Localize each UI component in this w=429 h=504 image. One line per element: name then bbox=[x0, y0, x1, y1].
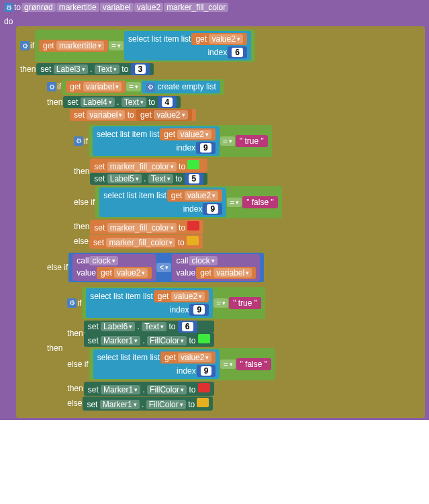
num-input[interactable]: 6 bbox=[232, 48, 243, 57]
set-var-block[interactable]: set marker_fill_color▾ to bbox=[89, 235, 203, 249]
get-block[interactable]: get value2▾ bbox=[154, 290, 209, 302]
prop-dd[interactable]: Text▾ bbox=[148, 174, 173, 183]
eq-block[interactable]: get variabel▾ =▾ ⚙ create empty list bbox=[62, 79, 224, 95]
var-dd[interactable]: value2▾ bbox=[114, 268, 148, 278]
num-input[interactable]: 9 bbox=[201, 366, 212, 376]
var-dd[interactable]: value2▾ bbox=[177, 130, 211, 139]
comp-dd[interactable]: Marker1▾ bbox=[100, 400, 140, 409]
select-list-block[interactable]: select list item list get value2▾ index … bbox=[124, 31, 251, 60]
comp-dd[interactable]: Label5▾ bbox=[107, 174, 142, 183]
eq-block[interactable]: select list item list get value2▾ index … bbox=[82, 287, 265, 319]
var-dd[interactable]: variabel▾ bbox=[213, 268, 252, 278]
comp-dd[interactable]: Marker1▾ bbox=[101, 336, 140, 345]
var-dd[interactable]: marker_fill_color▾ bbox=[107, 162, 177, 171]
op-lt[interactable]: <▾ bbox=[156, 263, 171, 272]
get-block[interactable]: get value2▾ bbox=[191, 33, 246, 45]
create-empty-block[interactable]: ⚙ create empty list bbox=[142, 81, 220, 93]
color-swatch-green[interactable] bbox=[198, 334, 210, 343]
set-prop-block[interactable]: set Marker1▾ . FillColor▾ to bbox=[84, 333, 214, 347]
num-input[interactable]: 9 bbox=[193, 305, 205, 314]
select-list-block[interactable]: select list item list get value2▾ index … bbox=[93, 126, 220, 156]
num-input[interactable]: 6 bbox=[182, 322, 193, 331]
num-input[interactable]: 4 bbox=[162, 97, 173, 107]
op-eq[interactable]: =▾ bbox=[126, 82, 141, 91]
prop-dd[interactable]: Text▾ bbox=[122, 97, 146, 107]
string-block[interactable]: " false " bbox=[236, 358, 272, 370]
set-prop-block[interactable]: set Marker1▾ . FillColor▾ to bbox=[84, 382, 214, 396]
proc-dd[interactable]: clock▾ bbox=[189, 256, 217, 265]
var-dd[interactable]: value2▾ bbox=[209, 34, 242, 44]
gear-icon[interactable]: ⚙ bbox=[67, 298, 77, 308]
op-eq[interactable]: =▾ bbox=[227, 198, 242, 207]
lt-block[interactable]: call clock▾ value get value2▾ <▾ call cl… bbox=[68, 253, 264, 282]
eq-block[interactable]: get markertitle▾ =▾ select list item lis… bbox=[35, 30, 255, 62]
param-mfc[interactable]: marker_fill_color bbox=[164, 3, 228, 12]
get-block[interactable]: get value2▾ bbox=[160, 128, 215, 140]
gear-icon[interactable]: ⚙ bbox=[20, 41, 30, 50]
if-block[interactable]: ⚙ if select list item list get value2▾ i… bbox=[63, 284, 279, 413]
proc-dd[interactable]: clock▾ bbox=[89, 256, 117, 265]
op-eq[interactable]: =▾ bbox=[213, 298, 228, 308]
op-eq[interactable]: =▾ bbox=[220, 360, 235, 369]
num-input[interactable]: 9 bbox=[200, 143, 211, 153]
set-var-block[interactable]: set marker_fill_color▾ to bbox=[90, 159, 207, 173]
if-block[interactable]: ⚙ if select list item list get value2▾ i… bbox=[70, 122, 417, 251]
eq-block[interactable]: select list item list get value2▾ index … bbox=[89, 348, 275, 380]
color-swatch-red[interactable] bbox=[187, 221, 199, 230]
op-eq[interactable]: =▾ bbox=[220, 136, 235, 146]
proc-name[interactable]: grønrød bbox=[21, 3, 56, 12]
string-block[interactable]: " true " bbox=[229, 297, 261, 309]
string-block[interactable]: " false " bbox=[242, 196, 278, 208]
string-block[interactable]: " true " bbox=[236, 135, 268, 147]
prop-dd[interactable]: FillColor▾ bbox=[146, 400, 186, 409]
if-block-outer[interactable]: ⚙ if get markertitle▾ =▾ select list ite… bbox=[16, 26, 425, 418]
set-prop-block[interactable]: set Marker1▾ . FillColor▾ to bbox=[83, 396, 213, 411]
var-dd[interactable]: value2▾ bbox=[178, 353, 211, 362]
eq-block[interactable]: select list item list get value2▾ index … bbox=[95, 186, 281, 218]
var-dd[interactable]: marker_fill_color▾ bbox=[107, 223, 177, 233]
op-eq[interactable]: =▾ bbox=[109, 41, 124, 50]
var-dd[interactable]: markertitle▾ bbox=[56, 41, 104, 50]
get-block[interactable]: get value2▾ bbox=[97, 267, 152, 279]
set-prop-block[interactable]: set Label4▾ . Text▾ to 4 bbox=[63, 96, 181, 108]
comp-dd[interactable]: Label4▾ bbox=[81, 97, 115, 107]
gear-icon[interactable]: ⚙ bbox=[146, 83, 155, 92]
set-prop-block[interactable]: set Label6▾ . Text▾ to 6 bbox=[84, 321, 214, 333]
prop-dd[interactable]: FillColor▾ bbox=[147, 336, 187, 345]
get-block[interactable]: get value2▾ bbox=[136, 109, 191, 121]
call-block[interactable]: call clock▾ value get variabel▾ bbox=[172, 254, 260, 281]
eq-block[interactable]: select list item list get value2▾ index … bbox=[89, 125, 272, 157]
if-block[interactable]: ⚙ if get variabel▾ =▾ ⚙ create empty lis… bbox=[43, 76, 421, 416]
set-prop-block[interactable]: set Label5▾ . Text▾ to 5 bbox=[90, 173, 207, 185]
comp-dd[interactable]: Label3▾ bbox=[54, 65, 88, 74]
set-var-block[interactable]: set marker_fill_color▾ to bbox=[90, 220, 203, 234]
comp-dd[interactable]: Marker1▾ bbox=[101, 385, 140, 394]
var-dd[interactable]: value2▾ bbox=[171, 292, 205, 301]
gear-icon[interactable]: ⚙ bbox=[74, 136, 83, 146]
color-swatch-red[interactable] bbox=[198, 383, 210, 392]
var-dd[interactable]: marker_fill_color▾ bbox=[106, 238, 175, 247]
get-block[interactable]: get value2▾ bbox=[167, 190, 222, 202]
select-list-block[interactable]: select list item list get value2▾ index … bbox=[86, 288, 213, 318]
num-input[interactable]: 3 bbox=[135, 65, 146, 74]
call-block[interactable]: call clock▾ value get value2▾ bbox=[73, 254, 156, 281]
var-dd[interactable]: variabel▾ bbox=[87, 110, 125, 120]
param-markertitle[interactable]: markertitle bbox=[56, 3, 99, 12]
color-swatch-amber[interactable] bbox=[197, 398, 209, 407]
gear-icon[interactable]: ⚙ bbox=[4, 3, 13, 12]
prop-dd[interactable]: Text▾ bbox=[95, 65, 120, 74]
param-value2[interactable]: value2 bbox=[134, 3, 163, 12]
var-dd[interactable]: variabel▾ bbox=[83, 82, 122, 91]
comp-dd[interactable]: Label6▾ bbox=[101, 322, 135, 331]
set-var-block[interactable]: set variabel▾ to get value2▾ bbox=[70, 109, 196, 121]
set-prop-block[interactable]: set Label3▾ . Text▾ to 3 bbox=[36, 63, 154, 75]
get-block[interactable]: get variabel▾ bbox=[66, 81, 126, 93]
gear-icon[interactable]: ⚙ bbox=[47, 82, 56, 91]
procedure-header[interactable]: ⚙ to grønrød markertitle variabel value2… bbox=[0, 0, 429, 15]
var-dd[interactable]: value2▾ bbox=[154, 110, 187, 120]
prop-dd[interactable]: FillColor▾ bbox=[147, 385, 187, 394]
prop-dd[interactable]: Text▾ bbox=[142, 322, 166, 331]
color-swatch-green[interactable] bbox=[187, 160, 199, 169]
get-block[interactable]: get variabel▾ bbox=[196, 267, 256, 279]
select-list-block[interactable]: select list item list get value2▾ index … bbox=[93, 349, 220, 379]
